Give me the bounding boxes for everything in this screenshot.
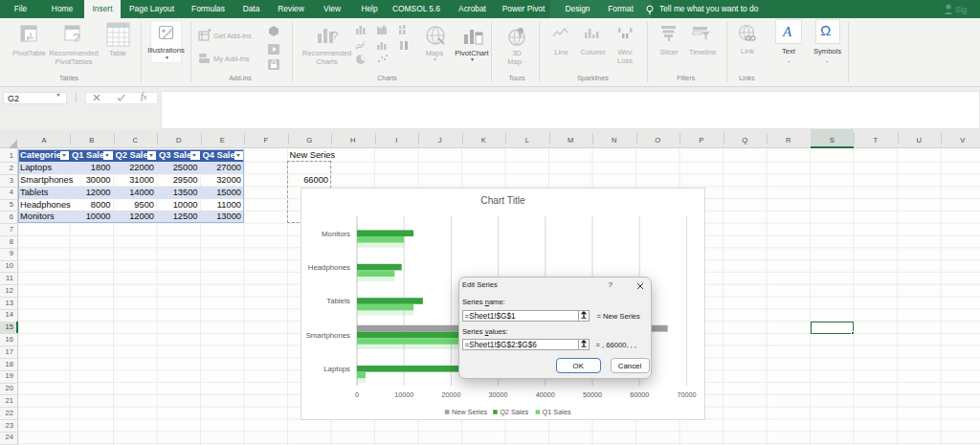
svg-text:?: ? (73, 31, 79, 45)
svg-text:Tablets: Tablets (326, 297, 350, 305)
svg-text:70000: 70000 (677, 390, 696, 399)
svg-text:10000: 10000 (394, 390, 413, 399)
svg-text:60000: 60000 (630, 390, 649, 399)
svg-text:Q2 Sales: Q2 Sales (500, 408, 528, 416)
svg-text:Q1 Sales: Q1 Sales (542, 408, 570, 416)
svg-text:New Series: New Series (451, 408, 487, 416)
svg-text:Sig: Sig (955, 5, 968, 14)
svg-text:Chart Title: Chart Title (480, 195, 525, 206)
svg-text:40000: 40000 (535, 390, 554, 399)
svg-text:?: ? (332, 30, 338, 41)
svg-text:0: 0 (355, 390, 359, 399)
svg-text:Headphones: Headphones (307, 263, 349, 272)
svg-text:A: A (782, 24, 792, 38)
svg-text:50000: 50000 (583, 390, 602, 399)
svg-text:Smartphones: Smartphones (305, 331, 349, 340)
svg-text:20000: 20000 (441, 390, 460, 399)
svg-text:Laptops: Laptops (323, 365, 350, 373)
svg-text:Monitors: Monitors (322, 230, 350, 238)
svg-text:30000: 30000 (488, 390, 507, 399)
